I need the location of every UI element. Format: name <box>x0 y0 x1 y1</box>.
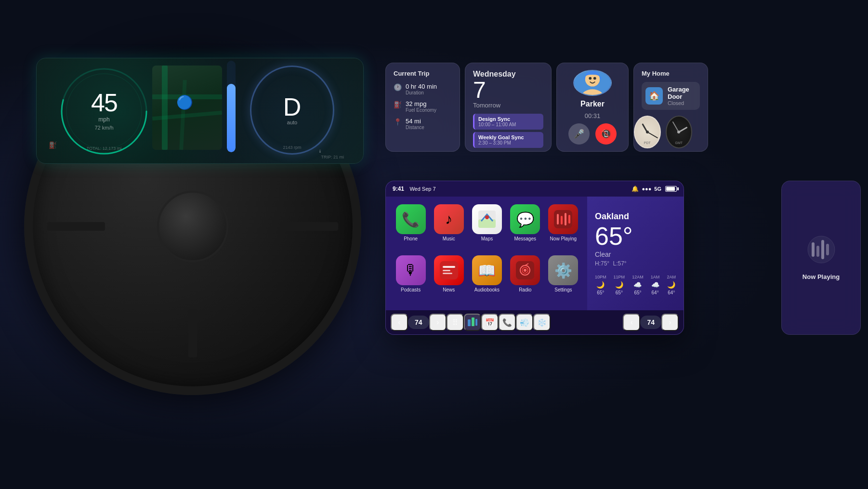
hour-1am: 1AM ☁️ 64° <box>651 275 660 295</box>
app-settings[interactable]: ⚙️ Settings <box>546 255 580 303</box>
hour-10pm: 10PM 🌙 65° <box>595 275 606 295</box>
garage-door-icon: 🏠 <box>645 87 663 105</box>
weather-city: Oakland <box>595 211 676 222</box>
rpm-display: 2143 rpm <box>283 145 301 150</box>
tomorrow-label: Tomorrow <box>473 102 543 109</box>
trip-distance: 📍 54 mi Distance <box>394 118 452 130</box>
speed-kmh: 72 km/h <box>91 125 117 131</box>
app-audiobooks[interactable]: 📖 Audiobooks <box>470 255 504 303</box>
audiobooks-app-icon: 📖 <box>472 255 502 285</box>
phone-app-icon: 📞 <box>396 204 426 234</box>
app-music[interactable]: ♪ Music <box>432 204 466 251</box>
temp-right[interactable]: 74 <box>640 316 661 329</box>
weather-widget: Oakland 65° Clear H:75° L:57° 10PM 🌙 65°… <box>587 197 684 310</box>
clock-2-center <box>677 131 680 133</box>
fuel-label: Fuel Economy <box>406 107 436 113</box>
maps-app-icon <box>472 204 502 234</box>
end-call-button[interactable]: 📵 <box>595 123 617 145</box>
garage-door-item[interactable]: 🏠 Garage Door Closed <box>642 82 700 110</box>
time-display: 9:41 <box>393 185 404 192</box>
nav-arrow: 🔵 <box>176 94 193 110</box>
event-2: Weekly Goal Sync 2:30 – 3:30 PM <box>473 132 543 148</box>
nav-next-button[interactable]: › <box>661 314 679 331</box>
nav-forward-button[interactable]: › <box>429 314 447 331</box>
progress-fill <box>227 84 236 153</box>
app-messages[interactable]: 💬 Messages <box>508 204 542 251</box>
fuel-value: 32 mpg <box>406 100 436 107</box>
app-podcasts-label: Podcasts <box>401 287 421 292</box>
svg-rect-25 <box>468 319 471 326</box>
home-title: My Home <box>642 70 700 77</box>
speedometer: 45 mph 72 km/h TOTAL: 12,173 mi <box>56 63 152 159</box>
svg-rect-32 <box>826 244 829 255</box>
app-news[interactable]: News <box>432 255 466 303</box>
app-nowplaying-label: Now Playing <box>550 236 577 241</box>
svg-rect-27 <box>475 319 477 326</box>
app-messages-label: Messages <box>514 236 536 241</box>
contact-name: Parker <box>580 100 605 108</box>
fuel-pump-icon: ⛽ <box>394 101 402 108</box>
distance-value: 54 mi <box>406 118 424 125</box>
maps-nav-button[interactable] <box>464 314 481 331</box>
app-phone[interactable]: 📞 Phone <box>394 204 428 251</box>
radio-app-icon <box>510 255 540 285</box>
contact-card: Parker 00:31 🎤 📵 <box>556 63 629 152</box>
signal-bars: ●●● <box>642 186 651 192</box>
status-date: Wed Sep 7 <box>409 186 435 192</box>
total-distance: TOTAL: 12,173 mi <box>87 146 122 151</box>
clock-widgets: PDT GMT <box>634 116 692 148</box>
temp-indicator: 🌡 <box>318 149 322 154</box>
phone-nav-button[interactable]: 📞 <box>499 314 516 331</box>
svg-point-6 <box>589 77 592 80</box>
distance-label: Distance <box>406 125 424 130</box>
now-playing-label: Now Playing <box>802 273 840 280</box>
svg-rect-12 <box>557 214 559 225</box>
svg-rect-19 <box>443 273 452 274</box>
garage-door-status: Closed <box>668 100 696 106</box>
mute-button[interactable]: 🎤 <box>568 123 590 145</box>
hour-11pm: 11PM 🌙 65° <box>614 275 625 295</box>
now-playing-widget: Now Playing <box>781 181 861 335</box>
now-playing-icon <box>807 235 836 269</box>
garage-door-name: Garage Door <box>668 86 696 100</box>
spoke-right <box>280 222 338 231</box>
calendar-nav-button[interactable]: 📅 <box>481 314 499 331</box>
notification-icon: 🔔 <box>631 185 639 192</box>
app-phone-label: Phone <box>404 236 418 241</box>
gear-display: D auto <box>283 94 302 125</box>
status-right-icons: 🔔 ●●● 5G <box>631 185 677 192</box>
app-radio[interactable]: Radio <box>508 255 542 303</box>
trip-card: Current Trip 🕐 0 hr 40 min Duration ⛽ 32… <box>385 63 460 152</box>
svg-rect-17 <box>443 266 455 268</box>
messages-app-icon: 💬 <box>510 204 540 234</box>
trip-duration: 🕐 0 hr 40 min Duration <box>394 83 452 95</box>
svg-rect-29 <box>812 242 815 257</box>
clock-1-center <box>646 131 649 133</box>
event-2-time: 2:30 – 3:30 PM <box>478 140 539 145</box>
event-1-name: Design Sync <box>478 116 539 122</box>
trip-title: Current Trip <box>394 70 452 77</box>
app-nowplaying[interactable]: Now Playing <box>546 204 580 251</box>
music-app-icon: ♪ <box>434 204 464 234</box>
hour-12am: 12AM ☁️ 65° <box>632 275 644 295</box>
call-controls: 🎤 📵 <box>568 123 617 145</box>
spoke-bottom <box>188 309 197 357</box>
app-podcasts[interactable]: 🎙 Podcasts <box>394 255 428 303</box>
app-maps[interactable]: Maps <box>470 204 504 251</box>
app-settings-label: Settings <box>554 287 572 292</box>
trip-indicator: TRIP: 21 mi <box>321 155 344 159</box>
temp-left[interactable]: 74 <box>408 316 429 329</box>
weather-low: L:57° <box>613 260 627 267</box>
news-app-icon <box>434 255 464 285</box>
distance-icon: 📍 <box>394 118 402 126</box>
settings-app-icon: ⚙️ <box>548 255 578 285</box>
fan-button[interactable]: 💨 <box>516 314 533 331</box>
nav-back-button[interactable]: ‹ <box>391 314 408 331</box>
nav-prev-button[interactable]: ‹ <box>623 314 640 331</box>
event-1-time: 10:00 – 11:00 AM <box>478 122 539 127</box>
climate-button[interactable]: ❄️ <box>533 314 551 331</box>
home-button[interactable]: ⠿ <box>447 314 464 331</box>
event-2-name: Weekly Goal Sync <box>478 134 539 140</box>
battery-icon <box>665 186 677 192</box>
home-card: My Home 🏠 Garage Door Closed PDT GMT <box>633 63 708 152</box>
